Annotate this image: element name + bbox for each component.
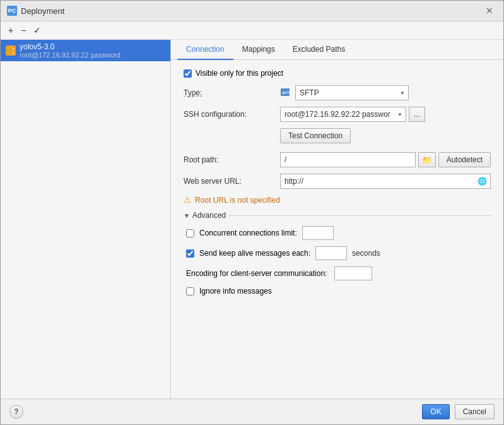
visible-only-checkbox[interactable] <box>184 69 192 78</box>
keep-alive-row: Send keep alive messages each: 300 secon… <box>186 246 491 260</box>
keep-alive-input[interactable]: 300 <box>315 246 347 260</box>
cancel-button[interactable]: Cancel <box>455 404 495 419</box>
visible-only-label[interactable]: Visible only for this project <box>196 69 283 78</box>
root-path-label: Root path: <box>184 155 275 164</box>
advanced-section-header[interactable]: ▼ Advanced <box>184 211 491 220</box>
ssh-config-label: SSH configuration: <box>184 110 275 119</box>
dialog-title: Deployment <box>21 6 64 16</box>
remove-button[interactable]: − <box>18 24 28 37</box>
type-select-wrapper: SFTP FTP Local or mounted folder <box>295 85 409 100</box>
concurrent-label[interactable]: Concurrent connections limit: <box>199 229 297 237</box>
autodetect-button[interactable]: Autodetect <box>438 152 491 167</box>
sftp-icon: SFTP <box>280 87 290 99</box>
ok-button[interactable]: OK <box>422 404 449 419</box>
add-button[interactable]: + <box>6 24 16 37</box>
web-server-label: Web server URL: <box>184 177 275 186</box>
keep-alive-checkbox[interactable] <box>186 249 194 258</box>
root-path-control: 📁 Autodetect <box>280 152 491 167</box>
title-bar-left: PC Deployment <box>7 6 64 16</box>
root-path-row: Root path: 📁 Autodetect <box>184 152 491 167</box>
concurrent-checkbox[interactable] <box>186 229 194 237</box>
ssh-config-control: root@172.16.92.92:22 password ... <box>280 107 425 122</box>
svg-point-3 <box>13 52 14 53</box>
svg-point-2 <box>13 48 14 49</box>
web-server-control: 🌐 <box>280 174 491 189</box>
type-row: Type: SFTP SFTP FTP <box>184 85 491 100</box>
ignore-info-row: Ignore info messages <box>186 287 491 296</box>
test-connection-row: Test Connection <box>280 128 491 143</box>
warning-icon: ⚠ <box>184 195 191 205</box>
server-icon <box>6 45 16 56</box>
dialog-footer: ? OK Cancel <box>1 398 503 424</box>
sidebar-item-info: yolov5-3.0 root@172.16.92.92:22 password <box>20 42 120 59</box>
encoding-label: Encoding for client-server communication… <box>186 269 327 278</box>
ssh-config-dots-button[interactable]: ... <box>409 107 425 122</box>
ignore-info-label[interactable]: Ignore info messages <box>199 287 272 296</box>
close-button[interactable]: ✕ <box>482 4 497 17</box>
sidebar: yolov5-3.0 root@172.16.92.92:22 password <box>1 40 171 398</box>
app-icon: PC <box>7 6 17 16</box>
test-connection-button[interactable]: Test Connection <box>280 128 351 143</box>
web-server-input[interactable] <box>280 174 491 189</box>
main-content: yolov5-3.0 root@172.16.92.92:22 password… <box>1 40 503 398</box>
right-panel: Connection Mappings Excluded Paths Visib… <box>171 40 503 398</box>
ignore-info-checkbox[interactable] <box>186 287 194 296</box>
type-label: Type: <box>184 88 275 97</box>
form-area: Visible only for this project Type: SFTP <box>171 60 503 398</box>
advanced-section: Concurrent connections limit: Send keep … <box>184 226 491 296</box>
svg-text:SFTP: SFTP <box>282 91 290 95</box>
deployment-dialog: PC Deployment ✕ + − ✓ yol <box>0 0 504 425</box>
sidebar-item-sub: root@172.16.92.92:22 password <box>20 51 120 59</box>
warning-row: ⚠ Root URL is not specified <box>184 195 491 205</box>
encoding-row: Encoding for client-server communication… <box>186 266 491 280</box>
sidebar-item-label: yolov5-3.0 <box>20 42 120 51</box>
ssh-config-select[interactable]: root@172.16.92.92:22 password <box>280 107 406 122</box>
tabs: Connection Mappings Excluded Paths <box>171 40 503 60</box>
tab-mappings[interactable]: Mappings <box>233 40 284 60</box>
tab-connection[interactable]: Connection <box>177 40 233 60</box>
toolbar: + − ✓ <box>1 21 503 40</box>
confirm-button[interactable]: ✓ <box>31 24 44 37</box>
ssh-config-row: SSH configuration: root@172.16.92.92:22 … <box>184 107 491 122</box>
folder-browse-button[interactable]: 📁 <box>418 152 436 167</box>
collapse-arrow-icon: ▼ <box>184 212 190 219</box>
web-server-row: Web server URL: 🌐 <box>184 174 491 189</box>
web-icon: 🌐 <box>478 177 487 186</box>
keep-alive-label[interactable]: Send keep alive messages each: <box>199 249 310 258</box>
concurrent-row: Concurrent connections limit: <box>186 226 491 240</box>
visible-only-row: Visible only for this project <box>184 69 491 78</box>
tab-excluded-paths[interactable]: Excluded Paths <box>284 40 354 60</box>
encoding-input[interactable]: utf-8 <box>334 266 372 280</box>
seconds-label: seconds <box>352 249 380 258</box>
root-path-input[interactable] <box>280 152 416 167</box>
advanced-label: Advanced <box>192 211 226 220</box>
title-bar: PC Deployment ✕ <box>1 1 503 21</box>
ssh-select-wrapper: root@172.16.92.92:22 password <box>280 107 406 122</box>
warning-text: Root URL is not specified <box>195 196 280 205</box>
type-control: SFTP SFTP FTP Local or mounted folder <box>280 85 409 100</box>
concurrent-input[interactable] <box>302 226 334 240</box>
footer-buttons: OK Cancel <box>422 404 495 419</box>
help-button[interactable]: ? <box>9 405 23 419</box>
type-select[interactable]: SFTP FTP Local or mounted folder <box>295 85 409 100</box>
section-divider <box>228 215 491 216</box>
sidebar-item-yolov5[interactable]: yolov5-3.0 root@172.16.92.92:22 password <box>1 40 170 61</box>
